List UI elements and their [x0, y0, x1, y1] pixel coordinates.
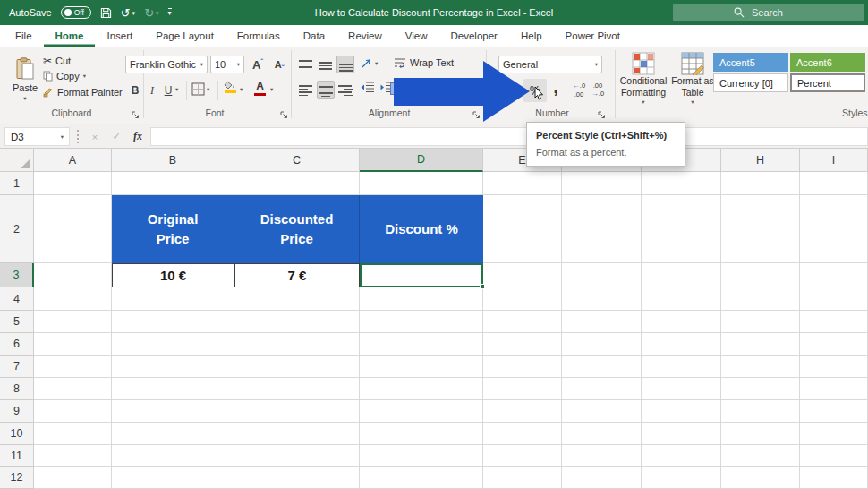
align-center-button[interactable] — [317, 81, 335, 99]
increase-font-size-button[interactable]: Aˆ — [248, 55, 268, 74]
align-left-button[interactable] — [297, 81, 315, 99]
fill-color-options-button[interactable]: ▾ — [240, 86, 243, 93]
column-header-i[interactable]: I — [800, 149, 868, 172]
cancel-button[interactable]: × — [86, 127, 104, 146]
select-all-button[interactable] — [0, 149, 34, 172]
table-header-cell[interactable]: Discount % — [360, 195, 483, 263]
row-header-1[interactable]: 1 — [0, 172, 34, 195]
fill-handle[interactable] — [480, 284, 485, 289]
cell-style-currency-0-[interactable]: Currency [0] — [713, 73, 788, 92]
cut-button[interactable]: ✂ Cut — [43, 55, 71, 67]
row-header-11[interactable]: 11 — [0, 445, 34, 467]
align-right-button[interactable] — [336, 81, 354, 99]
font-dialog-launcher-icon[interactable] — [280, 107, 289, 116]
comma-style-button[interactable]: , — [549, 75, 563, 99]
tab-developer[interactable]: Developer — [439, 25, 509, 47]
fill-color-button[interactable] — [224, 81, 236, 93]
orientation-options-button[interactable]: ▾ — [375, 60, 378, 67]
increase-decimal-button[interactable]: ←.0.00 — [570, 82, 588, 99]
redo-button[interactable]: ↻▾ — [144, 7, 158, 19]
row-header-2[interactable]: 2 — [0, 195, 34, 263]
enter-button[interactable]: ✓ — [107, 127, 125, 146]
tab-view[interactable]: View — [394, 25, 439, 47]
tab-insert[interactable]: Insert — [95, 25, 144, 47]
column-header-d[interactable]: D — [360, 149, 483, 172]
gridline — [34, 332, 868, 333]
divider — [77, 130, 79, 143]
underline-options-button[interactable]: ▾ — [175, 86, 178, 93]
decrease-decimal-button[interactable]: .00→.0 — [589, 82, 607, 99]
customize-qat-button[interactable]: ▾ — [168, 8, 172, 17]
row-header-9[interactable]: 9 — [0, 400, 34, 423]
cell-style-percent[interactable]: Percent — [790, 73, 865, 92]
copy-button[interactable]: Copy ▾ — [43, 71, 86, 82]
align-top-button[interactable] — [297, 56, 315, 73]
conditional-formatting-label: Conditional Formatting — [619, 75, 668, 99]
table-header-cell[interactable]: Discounted Price — [234, 195, 360, 263]
table-header-cell[interactable]: Original Price — [112, 195, 234, 263]
align-bottom-button[interactable] — [336, 56, 354, 73]
tab-home[interactable]: Home — [44, 25, 96, 47]
row-header-6[interactable]: 6 — [0, 333, 34, 356]
italic-button[interactable]: I — [145, 81, 159, 100]
cut-icon: ✂ — [43, 55, 52, 67]
formula-input[interactable] — [150, 127, 868, 146]
borders-options-button[interactable]: ▾ — [207, 86, 209, 93]
tab-data[interactable]: Data — [292, 25, 336, 47]
autosave-toggle[interactable]: Off — [61, 6, 91, 19]
decrease-font-size-button[interactable]: Aˇ — [269, 55, 289, 74]
paste-button[interactable]: Paste ▾ — [7, 52, 43, 107]
font-size-combobox[interactable]: 10 ▾ — [210, 56, 244, 73]
font-name-combobox[interactable]: Franklin Gothic Me ▾ — [125, 56, 208, 73]
bold-button[interactable]: B — [127, 81, 143, 100]
column-header-b[interactable]: B — [112, 149, 234, 172]
tab-page-layout[interactable]: Page Layout — [144, 25, 226, 47]
gridline — [34, 466, 868, 467]
name-box[interactable]: D3 ▾ — [4, 127, 70, 146]
table-value-cell[interactable]: 10 € — [112, 263, 234, 287]
save-button[interactable] — [100, 7, 112, 19]
format-painter-button[interactable]: Format Painter — [43, 87, 123, 98]
align-middle-button[interactable] — [317, 56, 335, 73]
column-header-h[interactable]: H — [721, 149, 800, 172]
underline-label: U — [165, 84, 173, 97]
row-header-5[interactable]: 5 — [0, 311, 34, 333]
cell-style-accent5[interactable]: Accent5 — [713, 53, 788, 72]
font-color-options-button[interactable]: ▾ — [270, 86, 273, 93]
orientation-button[interactable] — [360, 56, 374, 70]
tab-help[interactable]: Help — [509, 25, 554, 47]
table-value-cell[interactable]: 7 € — [234, 263, 360, 287]
borders-button[interactable] — [191, 82, 205, 96]
row-header-4[interactable]: 4 — [0, 287, 34, 311]
selected-cell-d3[interactable] — [360, 263, 483, 287]
grid-body[interactable]: Original PriceDiscounted PriceDiscount %… — [34, 172, 868, 489]
row-header-7[interactable]: 7 — [0, 356, 34, 378]
tab-formulas[interactable]: Formulas — [226, 25, 292, 47]
insert-function-button[interactable]: fx — [129, 127, 147, 146]
column-header-c[interactable]: C — [234, 149, 360, 172]
chevron-down-icon: ▾ — [156, 10, 159, 16]
tab-file[interactable]: File — [4, 25, 44, 47]
undo-button[interactable]: ↺▾ — [121, 7, 135, 19]
font-color-button[interactable]: A — [254, 80, 266, 96]
underline-button[interactable]: U — [161, 81, 175, 100]
clipboard-dialog-launcher-icon[interactable] — [132, 107, 140, 116]
row-header-10[interactable]: 10 — [0, 423, 34, 445]
column-header-a[interactable]: A — [34, 149, 112, 172]
clipboard-group-label: Clipboard — [27, 107, 116, 118]
conditional-formatting-button[interactable]: Conditional Formatting ▾ — [619, 52, 668, 106]
font-color-icon: A — [256, 80, 264, 92]
search-placeholder: Search — [752, 7, 783, 18]
tab-review[interactable]: Review — [336, 25, 394, 47]
row-header-3[interactable]: 3 — [0, 263, 34, 287]
chevron-down-icon: ▾ — [61, 133, 64, 141]
decrease-indent-button[interactable] — [360, 81, 375, 94]
table-header-text: Discounted Price — [254, 210, 339, 249]
format-as-table-button[interactable]: Format as Table ▾ — [671, 52, 714, 106]
row-header-8[interactable]: 8 — [0, 378, 34, 400]
search-box[interactable]: Search — [673, 4, 864, 21]
number-dialog-launcher-icon[interactable] — [598, 107, 607, 116]
row-header-12[interactable]: 12 — [0, 467, 34, 489]
tab-power-pivot[interactable]: Power Pivot — [554, 25, 632, 47]
cell-style-accent6[interactable]: Accent6 — [790, 53, 865, 72]
